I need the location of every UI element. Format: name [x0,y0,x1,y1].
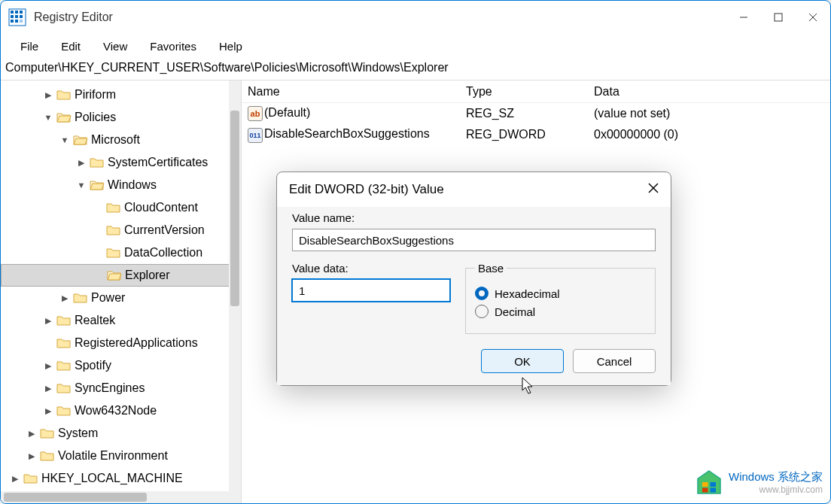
col-header-type[interactable]: Type [460,85,588,99]
tree-label: Piriform [75,88,116,102]
menu-favorites[interactable]: Favorites [139,37,207,56]
svg-rect-9 [20,20,23,23]
chevron-icon[interactable]: ▶ [43,406,53,416]
tree-label: Microsoft [91,133,140,147]
radio-hex-label: Hexadecimal [495,287,560,300]
tree-label: SyncEngines [75,381,145,395]
tree-label: HKEY_LOCAL_MACHINE [41,472,183,485]
chevron-icon[interactable]: ▼ [59,135,70,144]
tree-item-explorer[interactable]: Explorer [1,264,241,287]
radio-hexadecimal[interactable] [475,287,489,300]
radio-hex-row[interactable]: Hexadecimal [475,287,646,300]
value-data: 0x00000000 (0) [588,128,830,141]
tree-item-spotify[interactable]: ▶Spotify [1,354,241,377]
tree-label: CloudContent [124,201,198,214]
tree-item-power[interactable]: ▶Power [1,287,241,309]
svg-rect-5 [15,15,18,18]
folder-icon [73,292,88,304]
chevron-icon[interactable]: ▶ [43,316,53,326]
menu-help[interactable]: Help [209,37,253,56]
folder-icon [56,382,72,394]
tree-item-registeredapplications[interactable]: RegisteredApplications [1,332,241,354]
menu-view[interactable]: View [93,37,138,56]
svg-rect-19 [702,488,708,493]
list-header: Name Type Data [242,80,830,103]
chevron-icon[interactable]: ▶ [43,361,53,371]
tree-item-wow6432node[interactable]: ▶Wow6432Node [1,399,241,422]
tree-item-datacollection[interactable]: DataCollection [1,241,241,264]
value-type-icon: ab [248,106,263,121]
value-data-input[interactable] [292,279,450,302]
col-header-data[interactable]: Data [588,85,830,99]
titlebar: Registry Editor [1,1,830,34]
list-row[interactable]: 011DisableSearchBoxSuggestionsREG_DWORD0… [242,124,830,145]
dialog-body: Value name: Value data: Base Hexadecimal [277,207,671,385]
value-name: (Default) [264,106,310,119]
tree-label: Policies [75,111,116,124]
svg-rect-7 [11,20,14,23]
svg-rect-2 [15,11,18,14]
window-controls [726,1,830,34]
close-button[interactable] [796,1,830,34]
tree-item-microsoft[interactable]: ▼Microsoft [1,129,241,151]
tree-item-system[interactable]: ▶System [1,422,241,445]
edit-dword-dialog: Edit DWORD (32-bit) Value Value name: Va… [276,172,671,386]
chevron-icon[interactable]: ▼ [43,113,53,122]
maximize-button[interactable] [761,1,796,34]
tree-item-realtek[interactable]: ▶Realtek [1,309,241,332]
chevron-icon[interactable]: ▶ [10,474,20,484]
menu-edit[interactable]: Edit [50,37,91,56]
chevron-icon[interactable]: ▶ [26,451,37,461]
chevron-icon[interactable]: ▶ [43,90,53,100]
radio-dec-row[interactable]: Decimal [475,305,646,318]
tree-label: Realtek [75,314,115,327]
ok-button[interactable]: OK [481,349,564,373]
col-header-name[interactable]: Name [242,85,460,99]
svg-rect-6 [20,15,23,18]
folder-icon [106,224,121,236]
svg-rect-4 [11,15,14,18]
tree-item-volatileenvironment[interactable]: ▶Volatile Environment [1,445,241,467]
svg-rect-8 [15,20,18,23]
chevron-icon[interactable]: ▶ [26,429,37,439]
address-bar[interactable]: Computer\HKEY_CURRENT_USER\Software\Poli… [1,58,830,80]
tree-label: Windows [108,178,157,192]
menu-file[interactable]: File [10,37,49,56]
tree-item-currentversion[interactable]: CurrentVersion [1,219,241,241]
value-data: (value not set) [588,107,830,120]
tree-item-piriform[interactable]: ▶Piriform [1,83,241,106]
dialog-close-button[interactable] [648,183,659,196]
radio-decimal[interactable] [475,305,489,318]
watermark-icon [696,469,723,496]
value-type-icon: 011 [248,128,263,143]
value-data-label: Value data: [292,262,450,275]
watermark-line2: www.bjjmlv.com [729,484,823,495]
tree-label: DataCollection [124,246,202,260]
tree-item-windows[interactable]: ▼Windows [1,174,241,196]
window-title: Registry Editor [34,11,726,24]
chevron-icon[interactable]: ▶ [76,158,87,168]
chevron-icon[interactable]: ▶ [43,384,53,393]
value-name: DisableSearchBoxSuggestions [264,127,430,140]
cancel-button[interactable]: Cancel [573,349,656,373]
app-icon [8,8,26,26]
svg-rect-18 [710,482,716,487]
list-row[interactable]: ab(Default)REG_SZ(value not set) [242,103,830,124]
tree-label: CurrentVersion [124,223,205,237]
value-name-input[interactable] [292,229,656,251]
tree-item-policies[interactable]: ▼Policies [1,106,241,129]
minimize-button[interactable] [726,1,761,34]
tree-label: RegisteredApplications [75,336,198,350]
tree-item-cloudcontent[interactable]: CloudContent [1,196,241,219]
tree-panel: ▶Piriform▼Policies▼Microsoft▶SystemCerti… [1,80,242,503]
tree-hscrollbar[interactable] [1,491,229,503]
tree-label: SystemCertificates [108,156,208,169]
watermark: Windows 系统之家 www.bjjmlv.com [696,469,823,496]
chevron-icon[interactable]: ▼ [76,181,87,190]
chevron-icon[interactable]: ▶ [59,293,70,303]
tree-vscrollbar[interactable] [229,80,241,503]
folder-icon [90,156,105,169]
tree-item-syncengines[interactable]: ▶SyncEngines [1,377,241,399]
tree-item-systemcertificates[interactable]: ▶SystemCertificates [1,151,241,174]
tree-item-hkeylocalmachine[interactable]: ▶HKEY_LOCAL_MACHINE [1,467,241,490]
